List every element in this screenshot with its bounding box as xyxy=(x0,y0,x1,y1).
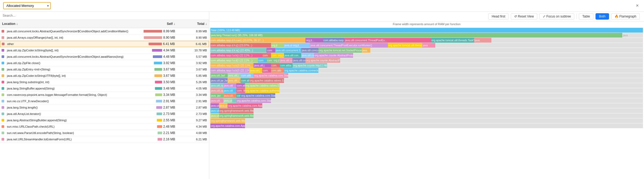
table-row[interactable]: java.util.Arrays.copyOfRange(char[], int… xyxy=(0,34,209,41)
flame-block[interactable]: com xyxy=(262,53,271,58)
flame-block[interactable]: java.util. xyxy=(223,88,236,93)
col-total-header[interactable]: Total ↓ xyxy=(177,21,209,27)
flame-block[interactable]: com.alibaba.rasp.f.a.b() (22.11%...) xyxy=(210,53,262,58)
flame-block[interactable]: java.util.j xyxy=(228,73,241,78)
flame-block[interactable]: java.util.jar.JarI xyxy=(210,78,228,83)
flame-block[interactable] xyxy=(288,73,643,78)
table-row[interactable]: sun.nio.cs.UTF_8.newDecoder()2.91 MB2.91… xyxy=(0,98,209,104)
search-bar[interactable] xyxy=(0,12,209,20)
table-row[interactable]: java.util.ArrayList.iterator()2.73 MB2.7… xyxy=(0,111,209,117)
flame-block[interactable]: org.jt xyxy=(271,43,284,48)
flame-block[interactable]: java.util.con... xyxy=(284,53,301,58)
flame-block[interactable]: org.apache.tomcat.net.SocketProcessorBas… xyxy=(318,48,362,53)
flame-block[interactable]: org.jt... xyxy=(305,38,323,43)
table-row[interactable]: other6.41 MB6.41 MB xyxy=(0,41,209,47)
flame-block[interactable] xyxy=(271,98,643,103)
flame-block[interactable]: com.alib xyxy=(241,73,254,78)
flame-block[interactable]: java.util.concurrent.S... xyxy=(301,48,318,53)
flame-block[interactable]: java.util.j xyxy=(249,68,262,73)
flame-block[interactable]: java.util.zip.ZipI xyxy=(210,83,223,88)
flame-block[interactable]: java.util xyxy=(210,113,219,118)
flame-block[interactable] xyxy=(491,38,643,43)
flame-block[interactable]: java xyxy=(422,43,435,48)
flame-block[interactable]: java.util.com xyxy=(292,58,305,63)
flame-block[interactable] xyxy=(279,88,643,93)
flame-block[interactable]: org.springframework.web.filter.FilterCha… xyxy=(210,118,245,123)
flame-block[interactable]: com. lib xyxy=(236,88,245,93)
flame-block[interactable]: com.aliba xyxy=(279,63,292,68)
flame-block[interactable]: java.util. xyxy=(223,98,232,103)
flamegraph-button[interactable]: 🔥 Flamegraph xyxy=(611,13,640,20)
close-button[interactable]: × xyxy=(634,3,641,8)
flame-block[interactable]: org.apache.catalina.core.StandardWrapper… xyxy=(236,98,271,103)
flame-block[interactable]: org.apache.catalina.core.StandardContext… xyxy=(241,93,275,98)
flame-block[interactable]: java xyxy=(474,38,491,43)
flame-block[interactable] xyxy=(318,68,643,73)
flame-block[interactable] xyxy=(279,83,643,88)
table-row[interactable]: sun.net.www.ParseUtil.encodePath(String,… xyxy=(0,130,209,136)
table-row[interactable]: java.util.zip.ZipFile.close()3.92 MB3.92… xyxy=(0,60,209,66)
flame-block[interactable]: com. xyxy=(262,68,271,73)
table-row[interactable]: java.util.concurrent.locks.AbstractQueue… xyxy=(0,28,209,34)
table-row[interactable]: java.util.zip.ZipCoder.toStringUTF8(byte… xyxy=(0,73,209,79)
dropdown-wrapper[interactable]: Allocated Memory xyxy=(3,2,51,9)
flame-block[interactable]: org.springframework.web.filter.Character… xyxy=(219,113,254,118)
flame-block[interactable]: java.util xyxy=(210,108,219,113)
flame-block[interactable] xyxy=(353,53,643,58)
flame-block[interactable]: com.alibaba.rasp.d.h.j() (23.07%...) xyxy=(210,43,271,48)
col-self-header[interactable]: Self ↓ xyxy=(140,21,177,27)
flame-block[interactable]: com.alibaba.rasp.d.h.run() (23.07%, 26.1… xyxy=(210,38,305,43)
flame-block[interactable]: org.apache.coyote.AbstractProtocol$Conne… xyxy=(314,53,353,58)
flame-block[interactable] xyxy=(254,108,643,113)
flame-block[interactable]: java.util.zip.ZipI xyxy=(210,88,223,93)
flame-block[interactable]: org.apache.coyote.AbstractProcessorLight… xyxy=(305,58,340,63)
flame-block[interactable]: org.apache.catalina.valves.ErrorReportVa… xyxy=(245,83,280,88)
flame-block[interactable]: com.alibaba.rasp.f.a.d() (22.11%...) xyxy=(210,58,258,63)
flame-block[interactable]: com.alib xyxy=(236,83,245,88)
table-row[interactable]: java.net.URLStreamHandler.toExternalForm… xyxy=(0,136,209,142)
flame-block[interactable]: org.apache.catalina.core.ApplicationFilt… xyxy=(228,103,262,108)
flame-block[interactable]: com.alibaba.rasp.d.j.b() xyxy=(323,38,345,43)
flame-block[interactable]: java.util. xyxy=(223,93,236,98)
flame-block[interactable]: com.alib xyxy=(241,78,249,83)
table-row[interactable]: sun.misc.URLClassPath.check(URL)2.48 MB4… xyxy=(0,123,209,130)
flame-block[interactable]: java. jav xyxy=(210,93,223,98)
flame-block[interactable]: java.util.concurrent.S... xyxy=(275,48,301,53)
flame-block[interactable]: com lib xyxy=(236,93,241,98)
table-row[interactable]: java.util.zip.ZipEntry.<init>(String)3.6… xyxy=(0,66,209,73)
flame-block[interactable]: com. org.jt xyxy=(267,58,279,63)
flame-block[interactable]: com.alib xyxy=(271,68,284,73)
flame-block[interactable]: com.alibaba.rasp.d.k.a() (22.43%...) xyxy=(210,48,267,53)
flame-block[interactable] xyxy=(254,113,643,118)
flame-block[interactable]: java.util.j xyxy=(254,63,271,68)
flame-block[interactable] xyxy=(245,123,643,128)
flame-block[interactable]: java.util.con... xyxy=(301,53,314,58)
flame-block[interactable]: java.util. xyxy=(210,98,223,103)
flame-block[interactable] xyxy=(245,118,643,123)
flame-block[interactable] xyxy=(284,78,643,83)
flame-block[interactable]: java.lang.Thread.run() (95.25%, 108.08 M… xyxy=(210,33,622,38)
flame-block[interactable]: com.alibaba.rasp.f.a.b(S (22.11%,... xyxy=(210,68,249,73)
both-button[interactable]: Both xyxy=(596,13,609,20)
table-row[interactable]: java.util.concurrent.locks.AbstractQueue… xyxy=(0,53,209,60)
flame-block[interactable]: java xyxy=(362,48,371,53)
focus-subtree-button[interactable]: ⤢ Focus on subtree xyxy=(539,13,574,20)
flame-block[interactable] xyxy=(327,63,643,68)
flame-block[interactable] xyxy=(370,48,643,53)
flame-block[interactable] xyxy=(262,103,643,108)
flame-block[interactable]: com. org.jt xyxy=(271,53,284,58)
flame-block[interactable]: java.util. xyxy=(210,103,219,108)
flame-block[interactable]: org.apache.catalina.authenticator.Authen… xyxy=(245,88,280,93)
flame-block[interactable]: java.util.com xyxy=(279,58,292,63)
flame-block[interactable]: java.util.JarI xyxy=(210,73,228,78)
flame-block[interactable]: java.ut org.jt xyxy=(284,43,310,48)
flame-block[interactable] xyxy=(275,93,643,98)
table-row[interactable]: com.navercorp.pinpoint.arms.logger.Messa… xyxy=(0,92,209,98)
table-row[interactable]: java.lang.StringBuffer.append(String)3.4… xyxy=(0,85,209,92)
allocated-memory-dropdown[interactable]: Allocated Memory xyxy=(3,2,51,9)
flame-block[interactable]: org.springframework.web.filter.OncePerRe… xyxy=(219,108,254,113)
flame-block[interactable]: org.apache.tomcat.util.threads.ThreadPoo… xyxy=(388,43,423,48)
search-input[interactable] xyxy=(3,14,206,17)
flame-block[interactable]: com xyxy=(258,58,267,63)
flame-block[interactable]: com. xyxy=(271,63,280,68)
